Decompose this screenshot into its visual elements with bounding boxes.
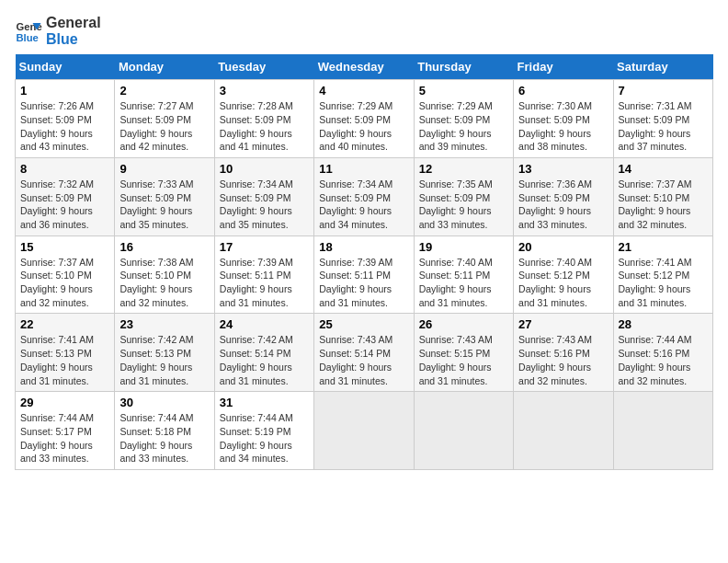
day-number: 28 — [619, 317, 708, 331]
day-number: 4 — [319, 84, 408, 98]
empty-day-cell — [314, 392, 414, 470]
day-number: 12 — [419, 162, 508, 176]
day-cell-4: 4Sunrise: 7:29 AMSunset: 5:09 PMDaylight… — [314, 80, 414, 158]
day-cell-17: 17Sunrise: 7:39 AMSunset: 5:11 PMDayligh… — [214, 236, 313, 314]
day-info: Sunrise: 7:34 AMSunset: 5:09 PMDaylight:… — [319, 178, 408, 232]
day-cell-25: 25Sunrise: 7:43 AMSunset: 5:14 PMDayligh… — [314, 314, 414, 392]
day-info: Sunrise: 7:43 AMSunset: 5:15 PMDaylight:… — [419, 333, 508, 387]
logo-line1: General — [46, 15, 101, 31]
weekday-header-wednesday: Wednesday — [314, 54, 414, 80]
day-number: 14 — [619, 162, 708, 176]
weekday-header-sunday: Sunday — [16, 54, 115, 80]
logo-icon: General Blue — [15, 17, 42, 45]
day-cell-13: 13Sunrise: 7:36 AMSunset: 5:09 PMDayligh… — [514, 157, 613, 236]
day-cell-3: 3Sunrise: 7:28 AMSunset: 5:09 PMDaylight… — [214, 80, 313, 158]
day-cell-10: 10Sunrise: 7:34 AMSunset: 5:09 PMDayligh… — [214, 157, 313, 236]
day-cell-21: 21Sunrise: 7:41 AMSunset: 5:12 PMDayligh… — [613, 236, 712, 314]
day-info: Sunrise: 7:35 AMSunset: 5:09 PMDaylight:… — [419, 178, 508, 232]
day-info: Sunrise: 7:44 AMSunset: 5:16 PMDaylight:… — [619, 333, 708, 387]
day-number: 21 — [619, 240, 708, 254]
day-info: Sunrise: 7:44 AMSunset: 5:19 PMDaylight:… — [220, 411, 309, 465]
day-number: 13 — [518, 162, 608, 176]
day-cell-8: 8Sunrise: 7:32 AMSunset: 5:09 PMDaylight… — [16, 157, 115, 236]
day-info: Sunrise: 7:26 AMSunset: 5:09 PMDaylight:… — [20, 99, 109, 154]
day-info: Sunrise: 7:38 AMSunset: 5:10 PMDaylight:… — [119, 256, 209, 310]
day-info: Sunrise: 7:41 AMSunset: 5:13 PMDaylight:… — [20, 333, 109, 387]
day-cell-16: 16Sunrise: 7:38 AMSunset: 5:10 PMDayligh… — [115, 236, 214, 314]
day-info: Sunrise: 7:39 AMSunset: 5:11 PMDaylight:… — [220, 256, 309, 310]
day-number: 2 — [119, 84, 209, 98]
day-cell-29: 29Sunrise: 7:44 AMSunset: 5:17 PMDayligh… — [16, 392, 115, 470]
day-info: Sunrise: 7:27 AMSunset: 5:09 PMDaylight:… — [119, 99, 209, 154]
day-cell-23: 23Sunrise: 7:42 AMSunset: 5:13 PMDayligh… — [115, 314, 214, 392]
day-number: 19 — [419, 240, 508, 254]
day-info: Sunrise: 7:40 AMSunset: 5:11 PMDaylight:… — [419, 256, 508, 310]
day-info: Sunrise: 7:32 AMSunset: 5:09 PMDaylight:… — [20, 178, 109, 232]
day-number: 18 — [319, 240, 408, 254]
day-info: Sunrise: 7:37 AMSunset: 5:10 PMDaylight:… — [20, 256, 109, 310]
day-number: 22 — [20, 317, 109, 331]
day-cell-11: 11Sunrise: 7:34 AMSunset: 5:09 PMDayligh… — [314, 157, 414, 236]
logo: General Blue General Blue — [15, 15, 101, 47]
day-cell-9: 9Sunrise: 7:33 AMSunset: 5:09 PMDaylight… — [115, 157, 214, 236]
day-number: 5 — [419, 84, 508, 98]
day-info: Sunrise: 7:43 AMSunset: 5:16 PMDaylight:… — [518, 333, 608, 387]
day-info: Sunrise: 7:40 AMSunset: 5:12 PMDaylight:… — [518, 256, 608, 310]
day-info: Sunrise: 7:42 AMSunset: 5:13 PMDaylight:… — [119, 333, 209, 387]
day-info: Sunrise: 7:41 AMSunset: 5:12 PMDaylight:… — [619, 256, 708, 310]
day-number: 6 — [518, 84, 608, 98]
day-cell-22: 22Sunrise: 7:41 AMSunset: 5:13 PMDayligh… — [16, 314, 115, 392]
calendar-week-row: 1Sunrise: 7:26 AMSunset: 5:09 PMDaylight… — [16, 80, 713, 158]
day-cell-5: 5Sunrise: 7:29 AMSunset: 5:09 PMDaylight… — [414, 80, 513, 158]
weekday-header-row: SundayMondayTuesdayWednesdayThursdayFrid… — [16, 54, 713, 80]
calendar-week-row: 29Sunrise: 7:44 AMSunset: 5:17 PMDayligh… — [16, 392, 713, 470]
day-cell-1: 1Sunrise: 7:26 AMSunset: 5:09 PMDaylight… — [16, 80, 115, 158]
day-cell-2: 2Sunrise: 7:27 AMSunset: 5:09 PMDaylight… — [115, 80, 214, 158]
day-number: 27 — [518, 317, 608, 331]
empty-day-cell — [613, 392, 712, 470]
calendar-week-row: 22Sunrise: 7:41 AMSunset: 5:13 PMDayligh… — [16, 314, 713, 392]
day-info: Sunrise: 7:44 AMSunset: 5:17 PMDaylight:… — [20, 411, 109, 465]
day-info: Sunrise: 7:33 AMSunset: 5:09 PMDaylight:… — [119, 178, 209, 232]
day-cell-28: 28Sunrise: 7:44 AMSunset: 5:16 PMDayligh… — [613, 314, 712, 392]
day-cell-18: 18Sunrise: 7:39 AMSunset: 5:11 PMDayligh… — [314, 236, 414, 314]
weekday-header-friday: Friday — [514, 54, 613, 80]
calendar-week-row: 15Sunrise: 7:37 AMSunset: 5:10 PMDayligh… — [16, 236, 713, 314]
day-number: 8 — [20, 162, 109, 176]
day-number: 20 — [518, 240, 608, 254]
weekday-header-thursday: Thursday — [414, 54, 513, 80]
weekday-header-monday: Monday — [115, 54, 214, 80]
day-cell-12: 12Sunrise: 7:35 AMSunset: 5:09 PMDayligh… — [414, 157, 513, 236]
day-info: Sunrise: 7:42 AMSunset: 5:14 PMDaylight:… — [220, 333, 309, 387]
day-info: Sunrise: 7:30 AMSunset: 5:09 PMDaylight:… — [518, 99, 608, 154]
day-number: 15 — [20, 240, 109, 254]
calendar-week-row: 8Sunrise: 7:32 AMSunset: 5:09 PMDaylight… — [16, 157, 713, 236]
day-info: Sunrise: 7:29 AMSunset: 5:09 PMDaylight:… — [319, 99, 408, 154]
day-cell-24: 24Sunrise: 7:42 AMSunset: 5:14 PMDayligh… — [214, 314, 313, 392]
day-cell-7: 7Sunrise: 7:31 AMSunset: 5:09 PMDaylight… — [613, 80, 712, 158]
logo-line2: Blue — [46, 31, 101, 48]
weekday-header-saturday: Saturday — [613, 54, 712, 80]
empty-day-cell — [414, 392, 513, 470]
day-number: 17 — [220, 240, 309, 254]
day-cell-19: 19Sunrise: 7:40 AMSunset: 5:11 PMDayligh… — [414, 236, 513, 314]
day-number: 9 — [119, 162, 209, 176]
day-info: Sunrise: 7:28 AMSunset: 5:09 PMDaylight:… — [220, 99, 309, 154]
day-cell-30: 30Sunrise: 7:44 AMSunset: 5:18 PMDayligh… — [115, 392, 214, 470]
day-number: 30 — [119, 396, 209, 409]
day-cell-6: 6Sunrise: 7:30 AMSunset: 5:09 PMDaylight… — [514, 80, 613, 158]
day-cell-31: 31Sunrise: 7:44 AMSunset: 5:19 PMDayligh… — [214, 392, 313, 470]
day-cell-14: 14Sunrise: 7:37 AMSunset: 5:10 PMDayligh… — [613, 157, 712, 236]
empty-day-cell — [514, 392, 613, 470]
day-cell-20: 20Sunrise: 7:40 AMSunset: 5:12 PMDayligh… — [514, 236, 613, 314]
day-number: 11 — [319, 162, 408, 176]
day-info: Sunrise: 7:29 AMSunset: 5:09 PMDaylight:… — [419, 99, 508, 154]
day-cell-26: 26Sunrise: 7:43 AMSunset: 5:15 PMDayligh… — [414, 314, 513, 392]
day-info: Sunrise: 7:31 AMSunset: 5:09 PMDaylight:… — [619, 99, 708, 154]
header: General Blue General Blue — [15, 15, 713, 47]
calendar-table: SundayMondayTuesdayWednesdayThursdayFrid… — [15, 54, 713, 470]
day-number: 29 — [20, 396, 109, 409]
day-number: 24 — [220, 317, 309, 331]
day-info: Sunrise: 7:37 AMSunset: 5:10 PMDaylight:… — [619, 178, 708, 232]
day-number: 1 — [20, 84, 109, 98]
